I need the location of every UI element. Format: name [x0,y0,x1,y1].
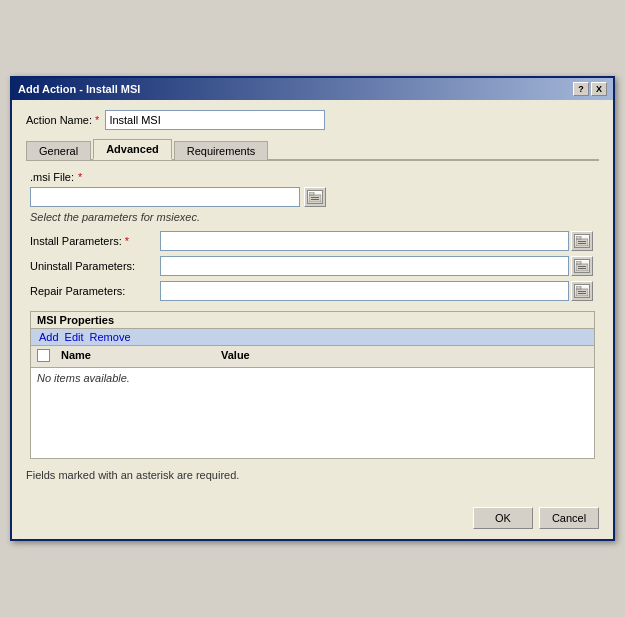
svg-rect-13 [576,286,581,289]
svg-rect-0 [309,195,321,202]
msi-file-label-row: .msi File: * [30,171,595,183]
no-items-message: No items available. [37,372,130,384]
install-browse-icon [574,234,590,248]
svg-rect-14 [578,291,586,292]
title-bar-buttons: ? X [573,82,607,96]
repair-params-browse-button[interactable] [571,281,593,301]
svg-rect-6 [578,241,586,242]
header-checkbox-col [35,348,59,365]
action-name-label: Action Name: * [26,114,99,126]
install-params-browse-button[interactable] [571,231,593,251]
msi-file-input[interactable] [30,187,300,207]
close-button[interactable]: X [591,82,607,96]
params-grid: Install Parameters: * Unins [30,231,595,301]
action-name-input[interactable] [105,110,325,130]
uninstall-params-label: Uninstall Parameters: [30,260,160,272]
dialog-body: Action Name: * General Advanced Requirem… [12,100,613,501]
action-name-row: Action Name: * [26,110,599,130]
svg-rect-5 [576,236,581,239]
msi-file-browse-button[interactable] [304,187,326,207]
svg-rect-2 [311,197,319,198]
required-fields-notice: Fields marked with an asterisk are requi… [26,469,599,481]
msi-file-label: .msi File: [30,171,74,183]
title-bar: Add Action - Install MSI ? X [12,78,613,100]
header-checkbox[interactable] [37,349,50,362]
hint-text: Select the parameters for msiexec. [30,211,595,223]
install-params-label: Install Parameters: * [30,235,160,247]
svg-rect-1 [309,192,314,195]
uninstall-params-browse-button[interactable] [571,256,593,276]
install-params-input[interactable] [160,231,569,251]
repair-browse-icon [574,284,590,298]
cancel-button[interactable]: Cancel [539,507,599,529]
dialog-footer: OK Cancel [12,501,613,539]
svg-rect-11 [578,268,586,269]
header-name-col: Name [59,348,219,365]
dialog-window: Add Action - Install MSI ? X Action Name… [10,76,615,541]
help-button[interactable]: ? [573,82,589,96]
msi-file-required: * [78,171,82,183]
uninstall-params-input[interactable] [160,256,569,276]
msi-properties-body: No items available. [31,368,594,458]
repair-params-input[interactable] [160,281,569,301]
svg-rect-8 [576,264,588,271]
msi-properties-container: MSI Properties Add Edit Remove Name Valu… [30,311,595,459]
svg-rect-4 [576,239,588,246]
svg-rect-7 [578,243,586,244]
required-marker: * [95,114,99,126]
svg-rect-12 [576,289,588,296]
svg-rect-3 [311,199,319,200]
msi-file-input-row [30,187,595,207]
tab-general[interactable]: General [26,141,91,160]
msi-properties-toolbar: Add Edit Remove [31,329,594,346]
install-params-required: * [125,235,129,247]
msi-add-button[interactable]: Add [37,331,61,343]
msi-properties-title: MSI Properties [31,312,594,329]
tab-requirements[interactable]: Requirements [174,141,268,160]
dialog-title: Add Action - Install MSI [18,83,140,95]
tab-advanced[interactable]: Advanced [93,139,172,160]
svg-rect-15 [578,293,586,294]
tab-content-advanced: .msi File: * Select th [26,171,599,459]
msi-remove-button[interactable]: Remove [88,331,133,343]
svg-rect-9 [576,261,581,264]
tabs-row: General Advanced Requirements [26,138,599,161]
header-value-col: Value [219,348,590,365]
ok-button[interactable]: OK [473,507,533,529]
msi-properties-header: Name Value [31,346,594,368]
repair-params-label: Repair Parameters: [30,285,160,297]
svg-rect-10 [578,266,586,267]
browse-icon [307,190,323,204]
msi-edit-button[interactable]: Edit [63,331,86,343]
uninstall-browse-icon [574,259,590,273]
